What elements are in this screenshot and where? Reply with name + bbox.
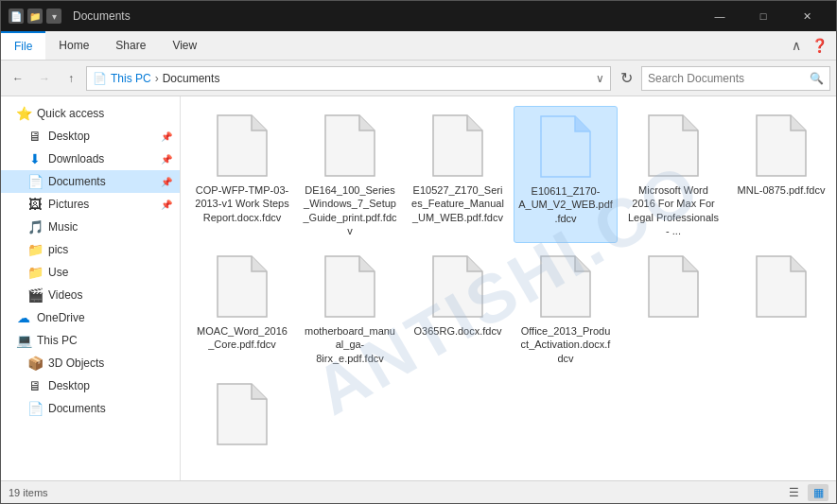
file-item-10[interactable]: Office_2013_Product_Activation.docx.fdcv <box>514 247 618 371</box>
sidebar-item-quick-access[interactable]: ⭐ Quick access <box>1 102 180 125</box>
sidebar-label-desktop2: Desktop <box>48 379 90 392</box>
sidebar-item-this-pc[interactable]: 💻 This PC <box>1 329 180 352</box>
sidebar-item-documents2[interactable]: 📄 Documents <box>1 397 180 420</box>
path-file-icon: 📄 <box>93 72 107 85</box>
path-this-pc[interactable]: This PC <box>111 72 151 85</box>
pin-icon-downloads: 📌 <box>161 154 172 165</box>
view-detail-button[interactable]: ▦ <box>808 484 828 501</box>
file-item-9[interactable]: O365RG.docx.fdcv <box>406 247 510 371</box>
file-item-3[interactable]: E10527_Z170_Series_Feature_Manual_UM_WEB… <box>406 106 510 243</box>
file-name-4: E10611_Z170-A_UM_V2_WEB.pdf.fdcv <box>518 184 613 225</box>
use-icon: 📁 <box>27 265 43 280</box>
file-name-10: Office_2013_Product_Activation.docx.fdcv <box>518 324 613 365</box>
sidebar-label-3d-objects: 3D Objects <box>48 356 104 370</box>
file-icon-2 <box>320 112 380 180</box>
sidebar-item-onedrive[interactable]: ☁ OneDrive <box>1 306 180 329</box>
pin-icon-documents: 📌 <box>161 177 172 187</box>
forward-button[interactable]: → <box>33 67 56 90</box>
file-item-5[interactable]: Microsoft Word 2016 For Max For Legal Pr… <box>621 106 725 243</box>
sidebar-item-3d-objects[interactable]: 📦 3D Objects <box>1 352 180 374</box>
file-item-6[interactable]: MNL-0875.pdf.fdcv <box>729 106 833 243</box>
documents-icon: 📄 <box>27 174 43 189</box>
quick-access-icon: ⭐ <box>16 106 31 121</box>
path-documents[interactable]: Documents <box>163 72 220 85</box>
search-box[interactable]: 🔍 <box>641 66 830 91</box>
downloads-icon: ⬇ <box>27 151 43 166</box>
file-name-2: DE164_100_Series_Windows_7_Setup_Guide_p… <box>303 183 397 237</box>
sidebar-item-music[interactable]: 🎵 Music <box>1 216 180 238</box>
view-list-button[interactable]: ☰ <box>783 484 804 501</box>
file-icon-11 <box>643 252 704 321</box>
file-item-11[interactable] <box>621 247 725 371</box>
documents2-icon: 📄 <box>27 401 43 416</box>
file-name-5: Microsoft Word 2016 For Max For Legal Pr… <box>626 183 721 237</box>
sidebar-item-documents[interactable]: 📄 Documents 📌 <box>1 170 180 193</box>
window-title: Documents <box>69 9 698 23</box>
tab-share[interactable]: Share <box>102 31 159 60</box>
file-item-2[interactable]: DE164_100_Series_Windows_7_Setup_Guide_p… <box>298 106 402 243</box>
minimize-button[interactable]: — <box>698 1 741 31</box>
address-path[interactable]: 📄 This PC › Documents ∨ <box>86 66 611 91</box>
sidebar-label-pics: pics <box>48 243 68 256</box>
file-name-7: MOAC_Word_2016_Core.pdf.fdcv <box>195 324 289 352</box>
file-name-6: MNL-0875.pdf.fdcv <box>738 183 826 197</box>
3d-objects-icon: 📦 <box>27 356 43 371</box>
sidebar-label-music: Music <box>48 220 78 234</box>
ribbon-minimize-btn[interactable]: ∧ <box>787 36 806 55</box>
search-icon[interactable]: 🔍 <box>810 72 824 85</box>
sidebar-item-videos[interactable]: 🎬 Videos <box>1 284 180 306</box>
tab-home[interactable]: Home <box>45 31 102 60</box>
onedrive-icon: ☁ <box>16 310 31 325</box>
close-button[interactable]: ✕ <box>785 1 828 31</box>
path-separator-1: › <box>155 72 159 85</box>
pin-icon-pictures: 📌 <box>161 200 172 210</box>
file-icon-13 <box>212 380 272 448</box>
search-input[interactable] <box>648 72 806 85</box>
status-bar: 19 items ☰ ▦ <box>1 480 836 503</box>
sidebar-item-desktop[interactable]: 🖥 Desktop 📌 <box>1 125 180 148</box>
file-item-7[interactable]: MOAC_Word_2016_Core.pdf.fdcv <box>190 247 294 371</box>
window: 📄 📁 ▾ Documents — □ ✕ File Home Share Vi… <box>0 0 837 504</box>
file-name-3: E10527_Z170_Series_Feature_Manual_UM_WEB… <box>410 183 505 224</box>
videos-icon: 🎬 <box>27 287 43 303</box>
dropdown-icon-small: ▾ <box>46 9 61 24</box>
file-item-8[interactable]: motherboard_manual_ga-8irx_e.pdf.fdcv <box>298 247 402 371</box>
tab-file[interactable]: File <box>1 31 45 60</box>
tab-view[interactable]: View <box>159 31 210 60</box>
file-icon-4 <box>535 113 596 181</box>
file-item-1[interactable]: COP-WFP-TMP-03-2013-v1 Work Steps Report… <box>190 106 294 243</box>
ribbon-tabs: File Home Share View ∧ ❓ <box>1 31 836 60</box>
file-item-4[interactable]: E10611_Z170-A_UM_V2_WEB.pdf.fdcv <box>514 106 618 243</box>
back-button[interactable]: ← <box>7 67 29 90</box>
file-icon-5 <box>643 112 704 180</box>
desktop2-icon: 🖥 <box>27 378 43 393</box>
ribbon: File Home Share View ∧ ❓ <box>1 31 836 61</box>
file-name-9: O365RG.docx.fdcv <box>414 324 502 338</box>
sidebar-label-documents: Documents <box>48 175 106 188</box>
main-area: ⭐ Quick access 🖥 Desktop 📌 ⬇ Downloads 📌… <box>1 96 836 480</box>
file-icon-3 <box>427 112 488 180</box>
help-button[interactable]: ❓ <box>810 36 828 55</box>
file-item-12[interactable] <box>729 247 833 371</box>
refresh-button[interactable]: ↻ <box>615 67 637 90</box>
up-button[interactable]: ↑ <box>60 67 82 90</box>
file-icon-1 <box>212 112 272 180</box>
path-dropdown[interactable]: ∨ <box>596 72 604 85</box>
sidebar-label-documents2: Documents <box>48 402 106 415</box>
sidebar-item-desktop2[interactable]: 🖥 Desktop <box>1 374 180 397</box>
sidebar-item-pictures[interactable]: 🖼 Pictures 📌 <box>1 193 180 216</box>
files-grid: COP-WFP-TMP-03-2013-v1 Work Steps Report… <box>190 106 827 458</box>
sidebar-item-pics[interactable]: 📁 pics <box>1 238 180 261</box>
title-bar: 📄 📁 ▾ Documents — □ ✕ <box>1 1 836 31</box>
music-icon: 🎵 <box>27 219 43 235</box>
sidebar-item-downloads[interactable]: ⬇ Downloads 📌 <box>1 148 180 170</box>
view-controls: ☰ ▦ <box>783 484 828 501</box>
sidebar-label-onedrive: OneDrive <box>37 311 85 324</box>
file-item-13[interactable] <box>190 374 294 458</box>
folder-icon-small: 📁 <box>27 9 43 24</box>
sidebar-item-use[interactable]: 📁 Use <box>1 261 180 284</box>
file-area: ANTISHI.CO COP-WFP-TMP-03-2013-v1 Work S… <box>181 96 836 480</box>
maximize-button[interactable]: □ <box>741 1 785 31</box>
desktop-icon: 🖥 <box>27 129 43 144</box>
file-icon-8 <box>320 252 380 321</box>
